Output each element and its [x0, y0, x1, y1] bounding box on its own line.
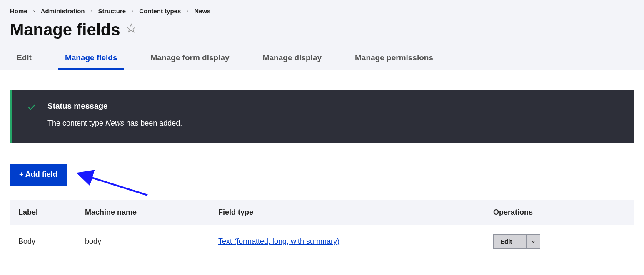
operations-dropbutton: Edit: [493, 234, 540, 249]
status-heading: Status message: [47, 102, 182, 111]
breadcrumb-item[interactable]: News: [194, 7, 210, 15]
field-type-link[interactable]: Text (formatted, long, with summary): [218, 237, 339, 245]
star-outline-icon[interactable]: [126, 23, 136, 36]
status-text: The content type News has been added.: [47, 119, 182, 128]
col-machine-name: Machine name: [77, 200, 210, 225]
col-operations: Operations: [485, 200, 634, 225]
tabs: Edit Manage fields Manage form display M…: [0, 49, 644, 70]
breadcrumb: Home › Administration › Structure › Cont…: [0, 7, 644, 15]
cell-label: Body: [10, 225, 77, 258]
tab-manage-display[interactable]: Manage display: [256, 49, 329, 70]
chevron-right-icon: ›: [132, 8, 133, 14]
fields-table: Label Machine name Field type Operations…: [10, 200, 634, 258]
cell-operations: Edit: [485, 225, 634, 258]
edit-button[interactable]: Edit: [494, 235, 527, 248]
svg-line-2: [89, 177, 147, 195]
check-icon: [27, 103, 36, 113]
add-field-button[interactable]: + Add field: [10, 164, 67, 186]
status-message: Status message The content type News has…: [10, 90, 634, 143]
annotation-arrow-icon: [77, 166, 156, 199]
chevron-down-icon: [531, 239, 536, 244]
breadcrumb-item[interactable]: Content types: [139, 7, 181, 15]
cell-machine-name: body: [77, 225, 210, 258]
col-field-type: Field type: [210, 200, 485, 225]
chevron-right-icon: ›: [91, 8, 92, 14]
cell-field-type: Text (formatted, long, with summary): [210, 225, 485, 258]
tab-edit[interactable]: Edit: [10, 49, 38, 70]
tab-manage-form-display[interactable]: Manage form display: [144, 49, 236, 70]
table-header-row: Label Machine name Field type Operations: [10, 200, 634, 225]
operations-toggle[interactable]: [527, 235, 540, 248]
breadcrumb-item[interactable]: Administration: [41, 7, 85, 15]
page-title: Manage fields: [10, 20, 120, 39]
table-row: Body body Text (formatted, long, with su…: [10, 225, 634, 258]
tab-manage-fields[interactable]: Manage fields: [58, 49, 124, 70]
svg-marker-0: [127, 24, 135, 32]
col-label: Label: [10, 200, 77, 225]
tab-manage-permissions[interactable]: Manage permissions: [348, 49, 440, 70]
chevron-right-icon: ›: [187, 8, 188, 14]
chevron-right-icon: ›: [33, 8, 35, 14]
breadcrumb-item[interactable]: Home: [10, 7, 27, 15]
breadcrumb-item[interactable]: Structure: [98, 7, 126, 15]
